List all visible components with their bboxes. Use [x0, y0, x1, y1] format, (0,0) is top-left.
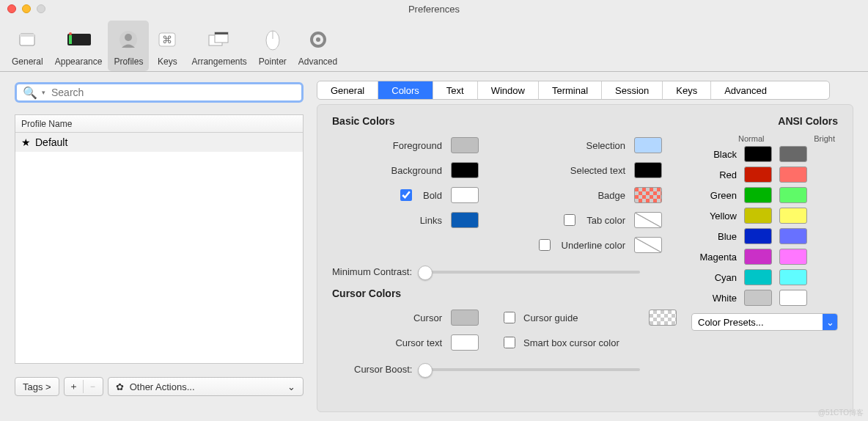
- tags-button[interactable]: Tags >: [15, 377, 59, 396]
- underline-color-swatch[interactable]: [634, 237, 662, 253]
- window-title: Preferences: [0, 4, 868, 15]
- bold-swatch[interactable]: [451, 187, 479, 203]
- cursor-guide-swatch[interactable]: [649, 310, 677, 326]
- tab-general[interactable]: General: [317, 81, 378, 99]
- toolbar-profiles[interactable]: Profiles: [108, 21, 149, 71]
- profile-row-default[interactable]: ★ Default: [15, 133, 303, 152]
- ansi-row-black: Black: [691, 146, 838, 162]
- min-contrast-slider[interactable]: [418, 271, 640, 274]
- svg-text:⌘: ⌘: [162, 34, 172, 45]
- ansi-bright-swatch[interactable]: [779, 290, 807, 306]
- arrangements-icon: [207, 27, 232, 52]
- ansi-label: Red: [691, 169, 737, 180]
- ansi-colors-title: ANSI Colors: [691, 115, 838, 127]
- smart-box-checkbox[interactable]: [504, 337, 515, 348]
- selected-text-swatch[interactable]: [634, 162, 662, 178]
- ansi-row-green: Green: [691, 187, 838, 203]
- cursor-colors-title: Cursor Colors: [332, 288, 677, 299]
- search-icon: 🔍: [23, 86, 37, 100]
- basic-colors-title: Basic Colors: [332, 115, 677, 127]
- watermark: @51CTO博客: [818, 408, 864, 418]
- ansi-label: Black: [691, 149, 737, 160]
- toolbar-advanced[interactable]: Advanced: [293, 21, 343, 71]
- ansi-normal-swatch[interactable]: [744, 208, 772, 224]
- profile-row-label: Default: [35, 136, 67, 148]
- tab-text[interactable]: Text: [433, 81, 478, 99]
- ansi-bright-swatch[interactable]: [779, 249, 807, 265]
- ansi-row-blue: Blue: [691, 228, 838, 244]
- cursor-text-swatch[interactable]: [451, 334, 479, 351]
- foreground-swatch[interactable]: [451, 137, 479, 153]
- search-field[interactable]: 🔍 ▾: [15, 82, 304, 103]
- toolbar-general[interactable]: General: [6, 21, 49, 71]
- ansi-normal-swatch[interactable]: [744, 290, 772, 306]
- profiles-icon: [116, 27, 141, 52]
- ansi-label: White: [691, 293, 737, 304]
- ansi-bright-swatch[interactable]: [779, 269, 807, 285]
- ansi-bright-swatch[interactable]: [779, 187, 807, 203]
- cursor-boost-label: Cursor Boost:: [354, 364, 412, 375]
- other-actions-dropdown[interactable]: ✿ Other Actions... ⌄: [108, 377, 304, 396]
- ansi-label: Magenta: [691, 252, 737, 263]
- svg-point-15: [316, 37, 320, 42]
- tab-window[interactable]: Window: [478, 81, 539, 99]
- tab-keys[interactable]: Keys: [663, 81, 711, 99]
- ansi-label: Yellow: [691, 210, 737, 222]
- pointer-icon: [260, 27, 285, 52]
- links-swatch[interactable]: [451, 212, 479, 228]
- selection-swatch[interactable]: [634, 137, 662, 153]
- star-icon: ★: [21, 136, 31, 148]
- toolbar-pointer[interactable]: Pointer: [253, 21, 293, 71]
- toolbar-appearance[interactable]: Appearance: [49, 21, 108, 71]
- search-input[interactable]: [50, 86, 295, 99]
- cursor-guide-checkbox[interactable]: [504, 312, 515, 323]
- general-icon: [15, 27, 40, 52]
- ansi-row-yellow: Yellow: [691, 208, 838, 224]
- ansi-row-white: White: [691, 290, 838, 306]
- underline-color-checkbox[interactable]: [539, 239, 551, 251]
- ansi-bright-swatch[interactable]: [779, 166, 807, 183]
- svg-rect-1: [20, 34, 34, 37]
- ansi-normal-swatch[interactable]: [744, 146, 772, 162]
- ansi-label: Cyan: [691, 272, 737, 283]
- tab-session[interactable]: Session: [602, 81, 663, 99]
- color-presets-dropdown[interactable]: Color Presets... ⌄: [691, 313, 838, 331]
- profile-list: Profile Name ★ Default: [15, 114, 304, 364]
- cursor-swatch[interactable]: [451, 310, 479, 326]
- appearance-icon: [66, 27, 91, 52]
- badge-swatch[interactable]: [634, 187, 662, 203]
- add-profile-button[interactable]: ＋: [65, 380, 84, 393]
- ansi-bright-swatch[interactable]: [779, 228, 807, 244]
- svg-rect-11: [215, 32, 228, 34]
- ansi-row-cyan: Cyan: [691, 269, 838, 285]
- tab-colors[interactable]: Colors: [378, 81, 433, 99]
- ansi-normal-swatch[interactable]: [744, 228, 772, 244]
- gear-icon: [306, 27, 331, 52]
- keys-icon: ⌘: [155, 27, 180, 52]
- cursor-boost-slider[interactable]: [418, 368, 640, 371]
- ansi-bright-swatch[interactable]: [779, 208, 807, 224]
- tab-advanced[interactable]: Advanced: [711, 81, 780, 99]
- toolbar-arrangements[interactable]: Arrangements: [185, 21, 252, 71]
- ansi-normal-swatch[interactable]: [744, 269, 772, 285]
- toolbar-keys[interactable]: ⌘ Keys: [149, 21, 185, 71]
- ansi-normal-swatch[interactable]: [744, 166, 772, 183]
- ansi-bright-swatch[interactable]: [779, 146, 807, 162]
- svg-point-6: [125, 34, 132, 41]
- remove-profile-button[interactable]: －: [84, 380, 103, 393]
- svg-rect-3: [69, 35, 72, 44]
- ansi-row-magenta: Magenta: [691, 249, 838, 265]
- tab-color-checkbox[interactable]: [564, 214, 575, 226]
- ansi-normal-swatch[interactable]: [744, 187, 772, 203]
- main-toolbar: General Appearance Profiles ⌘ Keys Arran…: [0, 18, 868, 72]
- chevron-down-icon: ⌄: [287, 381, 295, 392]
- ansi-row-red: Red: [691, 166, 838, 183]
- background-swatch[interactable]: [451, 162, 479, 178]
- tab-color-swatch[interactable]: [634, 212, 662, 228]
- tab-terminal[interactable]: Terminal: [539, 81, 602, 99]
- svg-point-4: [69, 32, 72, 35]
- profile-header: Profile Name: [15, 115, 303, 133]
- bold-checkbox[interactable]: [400, 189, 412, 201]
- ansi-normal-swatch[interactable]: [744, 249, 772, 265]
- chevron-down-icon[interactable]: ▾: [42, 89, 45, 96]
